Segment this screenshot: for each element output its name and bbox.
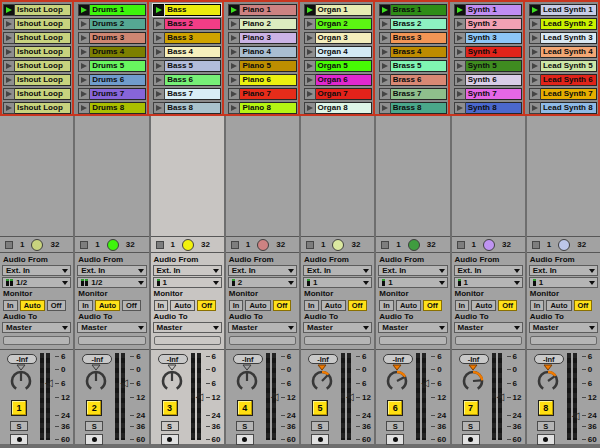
track-activator-button[interactable]: 1 [11, 400, 27, 416]
clip-slot[interactable]: Drums 3 [78, 32, 146, 44]
clip-play-button[interactable] [454, 46, 466, 58]
clip-slot[interactable]: Synth 2 [454, 18, 522, 30]
clip-play-button[interactable] [379, 88, 391, 100]
clip-name[interactable]: Drums 6 [90, 74, 146, 86]
clip-play-button[interactable] [228, 74, 240, 86]
monitor-in-button[interactable]: In [530, 300, 545, 311]
clip-play-button[interactable] [529, 32, 541, 44]
clip-play-button[interactable] [153, 88, 165, 100]
clip-play-button[interactable] [379, 74, 391, 86]
input-channel-chooser[interactable]: 1 [153, 277, 222, 288]
clip-play-button[interactable] [454, 18, 466, 30]
clip-name[interactable]: Lead Synth 3 [541, 32, 597, 44]
clip-name[interactable]: Ishout Loop [15, 46, 71, 58]
clip-name[interactable]: Lead Synth 4 [541, 46, 597, 58]
clip-stop-button[interactable] [5, 241, 13, 249]
pan-knob[interactable] [232, 364, 264, 394]
input-channel-chooser[interactable]: 1 [303, 277, 372, 288]
clip-slot[interactable]: Organ 2 [304, 18, 372, 30]
input-type-chooser[interactable]: Ext. In [454, 265, 523, 276]
clip-slot[interactable]: Lead Synth 1 [529, 4, 597, 16]
clip-name[interactable]: Organ 7 [316, 88, 372, 100]
solo-button[interactable]: S [311, 421, 329, 431]
clip-play-button[interactable] [228, 88, 240, 100]
input-type-chooser[interactable]: Ext. In [2, 265, 71, 276]
clip-play-button[interactable] [379, 18, 391, 30]
clip-play-button[interactable] [304, 102, 316, 114]
volume-value[interactable]: -Inf [158, 354, 188, 364]
solo-button[interactable]: S [236, 421, 254, 431]
input-channel-chooser[interactable]: 2 [228, 277, 297, 288]
clip-slot[interactable]: Piano 5 [228, 60, 296, 72]
arm-record-button[interactable] [462, 434, 480, 445]
clip-play-button[interactable] [153, 60, 165, 72]
output-chooser[interactable]: Master [228, 322, 297, 333]
clip-name[interactable]: Organ 8 [316, 102, 372, 114]
clip-slot[interactable]: Synth 6 [454, 74, 522, 86]
clip-name[interactable]: Ishout Loop [15, 88, 71, 100]
clip-name[interactable]: Drums 3 [90, 32, 146, 44]
solo-button[interactable]: S [386, 421, 404, 431]
clip-slot[interactable]: Bass [153, 4, 221, 16]
clip-name[interactable]: Bass [165, 4, 221, 16]
track-activator-button[interactable]: 3 [162, 400, 178, 416]
input-type-chooser[interactable]: Ext. In [378, 265, 447, 276]
clip-name[interactable]: Synth 1 [466, 4, 522, 16]
input-type-chooser[interactable]: Ext. In [529, 265, 598, 276]
monitor-off-button[interactable]: Off [47, 300, 66, 311]
clip-play-button[interactable] [454, 102, 466, 114]
volume-fader-handle[interactable]: ◁ [346, 392, 354, 401]
clip-name[interactable]: Bass 2 [165, 18, 221, 30]
monitor-auto-button[interactable]: Auto [20, 300, 45, 311]
clip-slot[interactable]: Bass 5 [153, 60, 221, 72]
clip-name[interactable]: Bass 6 [165, 74, 221, 86]
monitor-off-button[interactable]: Off [348, 300, 367, 311]
volume-fader-handle[interactable]: ◁ [271, 392, 279, 401]
clip-slot[interactable]: Bass 4 [153, 46, 221, 58]
clip-play-button[interactable] [454, 88, 466, 100]
input-channel-chooser[interactable]: 1 [378, 277, 447, 288]
clip-slot[interactable]: Drums 1 [78, 4, 146, 16]
clip-play-button[interactable] [78, 18, 90, 30]
clip-slot[interactable]: Lead Synth 4 [529, 46, 597, 58]
clip-play-button[interactable] [228, 4, 240, 16]
clip-name[interactable]: Drums 1 [90, 4, 146, 16]
clip-play-button[interactable] [153, 102, 165, 114]
clip-name[interactable]: Ishout Loop [15, 60, 71, 72]
clip-name[interactable]: Synth 8 [466, 102, 522, 114]
clip-name[interactable]: Organ 2 [316, 18, 372, 30]
volume-fader-handle[interactable]: ◁ [45, 378, 53, 387]
monitor-in-button[interactable]: In [304, 300, 319, 311]
clip-name[interactable]: Brass 3 [391, 32, 447, 44]
clip-name[interactable]: Drums 7 [90, 88, 146, 100]
clip-name[interactable]: Drums 5 [90, 60, 146, 72]
clip-play-button[interactable] [3, 4, 15, 16]
clip-play-button[interactable] [78, 102, 90, 114]
output-chooser[interactable]: Master [303, 322, 372, 333]
clip-slot[interactable]: Drums 8 [78, 102, 146, 114]
volume-fader-handle[interactable]: ◁ [572, 411, 580, 420]
clip-play-button[interactable] [153, 4, 165, 16]
clip-play-button[interactable] [78, 60, 90, 72]
clip-slot[interactable]: Piano 7 [228, 88, 296, 100]
pan-knob[interactable] [458, 364, 490, 394]
clip-name[interactable]: Piano 7 [240, 88, 296, 100]
clip-play-button[interactable] [379, 102, 391, 114]
clip-play-button[interactable] [529, 60, 541, 72]
monitor-in-button[interactable]: In [455, 300, 470, 311]
output-chooser[interactable]: Master [378, 322, 447, 333]
volume-value[interactable]: -Inf [233, 354, 263, 364]
volume-fader-handle[interactable]: ◁ [497, 392, 505, 401]
output-chooser[interactable]: Master [153, 322, 222, 333]
monitor-off-button[interactable]: Off [423, 300, 442, 311]
solo-button[interactable]: S [462, 421, 480, 431]
clip-play-button[interactable] [304, 32, 316, 44]
clip-play-button[interactable] [304, 74, 316, 86]
clip-slot[interactable]: Brass 6 [379, 74, 447, 86]
clip-play-button[interactable] [78, 4, 90, 16]
clip-slot[interactable]: Bass 7 [153, 88, 221, 100]
clip-play-button[interactable] [153, 74, 165, 86]
clip-name[interactable]: Brass 8 [391, 102, 447, 114]
clip-play-button[interactable] [3, 18, 15, 30]
clip-slot[interactable]: Piano 8 [228, 102, 296, 114]
